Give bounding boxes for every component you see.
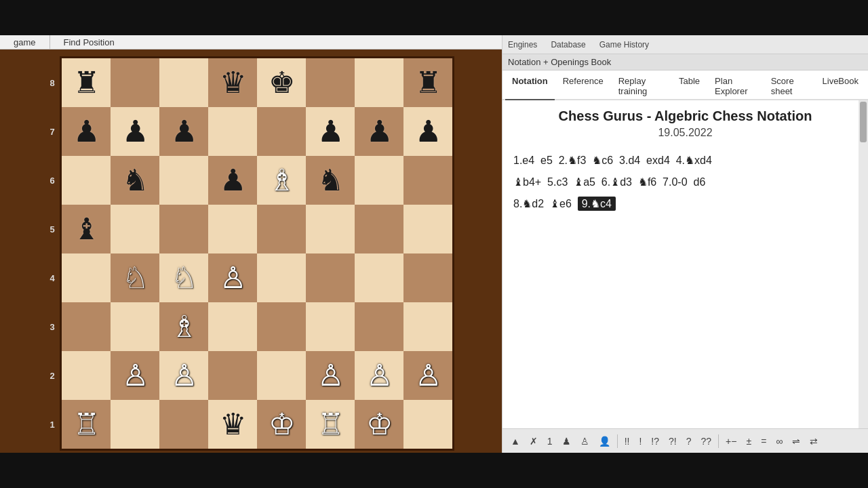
toolbar-black-pawn[interactable]: ♟ [559,434,574,448]
cell-h5[interactable] [403,205,452,253]
toolbar-plus-minus[interactable]: +− [723,434,739,448]
cell-d6[interactable]: ♟ [208,156,257,205]
cell-a1[interactable]: ♖ [62,400,111,449]
cell-f1[interactable]: ♖ [306,400,355,449]
toolbar-double-exclaim[interactable]: !! [622,434,633,448]
cell-e1[interactable]: ♔ [257,400,306,449]
cell-a7[interactable]: ♟ [62,107,111,156]
cell-e7[interactable] [257,107,306,156]
cell-h6[interactable] [403,156,452,205]
cell-g4[interactable] [355,253,403,302]
cell-c3[interactable]: ♗ [159,302,208,351]
cell-f3[interactable] [306,302,355,351]
cell-b8[interactable] [111,58,159,107]
cell-f4[interactable] [306,253,355,302]
menu-game[interactable]: game [0,37,50,47]
cell-a2[interactable] [62,351,111,400]
toolbar-person[interactable]: 👤 [596,434,613,448]
cell-c2[interactable]: ♙ [159,351,208,400]
toolbar-exclaim-question[interactable]: !? [648,434,662,448]
menu-database[interactable]: Database [551,40,585,49]
menu-find-position[interactable]: Find Position [50,37,128,47]
menu-engines[interactable]: Engines [508,40,537,49]
cell-d3[interactable] [208,302,257,351]
cell-a5[interactable]: ♝ [62,205,111,253]
cell-g2[interactable]: ♙ [355,351,403,400]
cell-f2[interactable]: ♙ [306,351,355,400]
cell-f8[interactable] [306,58,355,107]
cell-a3[interactable] [62,302,111,351]
cell-h1[interactable] [403,400,452,449]
tab-plan[interactable]: Plan Explorer [708,73,763,100]
cell-c6[interactable] [159,156,208,205]
cell-h2[interactable]: ♙ [403,351,452,400]
toolbar-one[interactable]: 1 [545,434,555,448]
cell-g3[interactable] [355,302,403,351]
cell-h3[interactable] [403,302,452,351]
toolbar-double-question[interactable]: ?? [698,434,715,448]
toolbar-plusminus[interactable]: ± [743,434,754,448]
cell-a8[interactable]: ♜ [62,58,111,107]
cell-h4[interactable] [403,253,452,302]
cell-g8[interactable] [355,58,403,107]
tab-score[interactable]: Score sheet [764,73,814,100]
cell-c8[interactable] [159,58,208,107]
tab-live[interactable]: LiveBook [816,73,865,100]
cell-d4[interactable]: ♙ [208,253,257,302]
cell-d1[interactable]: ♛ [208,400,257,449]
cell-d7[interactable] [208,107,257,156]
cell-c7[interactable]: ♟ [159,107,208,156]
cell-f5[interactable] [306,205,355,253]
tab-table[interactable]: Table [672,73,707,100]
cell-f6[interactable]: ♞ [306,156,355,205]
cell-e6[interactable]: ♗ [257,156,306,205]
cell-c5[interactable] [159,205,208,253]
cell-f7[interactable]: ♟ [306,107,355,156]
cell-b6[interactable]: ♞ [111,156,159,205]
cell-c1[interactable] [159,400,208,449]
current-move[interactable]: 9.♞c4 [578,197,616,211]
cell-b1[interactable] [111,400,159,449]
scrollbar-track[interactable] [859,100,868,428]
cell-e4[interactable] [257,253,306,302]
tab-notation[interactable]: Notation [505,73,555,100]
cell-b7[interactable]: ♟ [111,107,159,156]
cell-b5[interactable] [111,205,159,253]
toolbar-white-pawn[interactable]: ♙ [578,434,592,448]
piece-d1: ♛ [220,409,246,439]
cell-b2[interactable]: ♙ [111,351,159,400]
toolbar-question[interactable]: ? [684,434,694,448]
cell-e3[interactable] [257,302,306,351]
toolbar-arrows[interactable]: ⇌ [789,434,803,448]
cell-g6[interactable] [355,156,403,205]
cell-g7[interactable]: ♟ [355,107,403,156]
tab-reference[interactable]: Reference [556,73,610,100]
cell-b4[interactable]: ♘ [111,253,159,302]
cell-c4[interactable]: ♘ [159,253,208,302]
tab-replay[interactable]: Replay training [612,73,671,100]
cell-d8[interactable]: ♛ [208,58,257,107]
toolbar-infinity[interactable]: ∞ [773,434,785,448]
toolbar-exclaim[interactable]: ! [636,434,644,448]
cell-e8[interactable]: ♚ [257,58,306,107]
cell-e2[interactable] [257,351,306,400]
cell-h8[interactable]: ♜ [403,58,452,107]
cell-h7[interactable]: ♟ [403,107,452,156]
chess-board[interactable]: ♜♛♚♜♟♟♟♟♟♟♞♟♗♞♝♘♘♙♗♙♙♙♙♙♖♛♔♖♔ [60,56,454,451]
cell-d2[interactable] [208,351,257,400]
cell-d5[interactable] [208,205,257,253]
scrollbar-thumb[interactable] [860,102,867,142]
menu-game-history[interactable]: Game History [599,40,649,49]
toolbar-equals[interactable]: = [758,434,769,448]
toolbar-arrows2[interactable]: ⇄ [807,434,821,448]
cell-a4[interactable] [62,253,111,302]
piece-g2: ♙ [366,361,393,390]
toolbar-question-exclaim[interactable]: ?! [666,434,679,448]
cell-e5[interactable] [257,205,306,253]
cell-b3[interactable] [111,302,159,351]
toolbar-cancel[interactable]: ✗ [527,434,540,448]
toolbar-arrow-up[interactable]: ▲ [508,434,523,448]
cell-g1[interactable]: ♔ [355,400,403,449]
cell-a6[interactable] [62,156,111,205]
cell-g5[interactable] [355,205,403,253]
